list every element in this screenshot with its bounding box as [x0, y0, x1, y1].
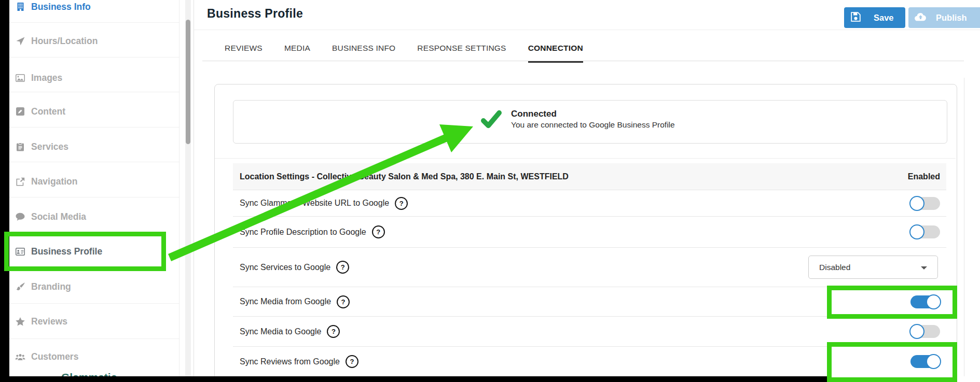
- sync-services-select[interactable]: Disabled: [808, 256, 938, 279]
- sidebar-item-label: Content: [31, 106, 65, 117]
- divider: [9, 92, 179, 92]
- toggle-sync-media-to-google[interactable]: [910, 325, 940, 338]
- toggle-knob: [909, 196, 924, 211]
- sidebar-item-label: Business Profile: [31, 246, 102, 257]
- header-divider: [194, 30, 980, 30]
- sidebar-item-social-media[interactable]: Social Media: [15, 206, 86, 227]
- toggle-sync-profile-description[interactable]: [910, 225, 940, 238]
- letterbox-bottom: [0, 376, 828, 382]
- divider: [9, 303, 179, 304]
- row-label: Sync Media from Google: [240, 297, 331, 306]
- divider: [9, 197, 179, 197]
- sidebar-item-label: Reviews: [31, 316, 67, 327]
- users-icon: [15, 353, 26, 361]
- table-row: Sync Services to Google? Disabled: [233, 247, 946, 287]
- connection-message: You are connected to Google Business Pro…: [511, 120, 675, 130]
- table-row: Sync Media from Google?: [233, 287, 946, 316]
- divider: [9, 162, 179, 162]
- help-icon[interactable]: ?: [395, 197, 408, 210]
- help-icon[interactable]: ?: [327, 325, 340, 338]
- page-title: Business Profile: [207, 7, 303, 21]
- location-settings-table: Location Settings - Collective Beauty Sa…: [233, 163, 946, 376]
- select-value: Disabled: [819, 263, 850, 272]
- sidebar-item-label: Customers: [31, 351, 78, 362]
- table-row: Sync Profile Description to Google?: [233, 216, 946, 247]
- building-icon: [15, 3, 26, 11]
- help-icon[interactable]: ?: [346, 355, 358, 368]
- toggle-sync-reviews-from-google[interactable]: [910, 355, 940, 368]
- tab-media[interactable]: MEDIA: [284, 44, 310, 63]
- sidebar-item-content[interactable]: Content: [15, 101, 65, 122]
- floppy-disk-icon: [851, 12, 861, 24]
- toggle-knob: [926, 294, 941, 309]
- external-link-icon: [15, 177, 26, 186]
- location-arrow-icon: [15, 37, 26, 46]
- table-header-row: Location Settings - Collective Beauty Sa…: [233, 163, 946, 190]
- clipboard-icon: [15, 143, 26, 151]
- sidebar-item-label: Hours/Location: [31, 36, 98, 47]
- panel-divider: [215, 158, 956, 159]
- panel-right-border: [964, 78, 964, 376]
- help-icon[interactable]: ?: [372, 225, 385, 238]
- sidebar-item-label: Branding: [31, 281, 71, 292]
- chevron-down-icon: [921, 266, 927, 270]
- table-row: Sync Media to Google?: [233, 316, 946, 346]
- enabled-column-header: Enabled: [908, 172, 940, 181]
- sidebar-item-business-profile[interactable]: Business Profile: [15, 241, 102, 262]
- sidebar: Business Info Hours/Location Images Cont…: [9, 0, 180, 382]
- toggle-knob: [926, 354, 941, 369]
- divider: [9, 127, 179, 128]
- paintbrush-icon: [15, 282, 26, 291]
- sidebar-item-services[interactable]: Services: [15, 136, 68, 157]
- sidebar-item-images[interactable]: Images: [15, 67, 62, 88]
- toggle-knob: [909, 324, 924, 339]
- sidebar-item-label: Navigation: [31, 176, 77, 187]
- row-label: Sync Services to Google: [240, 263, 330, 272]
- tab-business-info[interactable]: BUSINESS INFO: [332, 44, 395, 63]
- help-icon[interactable]: ?: [337, 295, 350, 308]
- sidebar-scrollbar-thumb[interactable]: [186, 20, 190, 144]
- sidebar-item-label: Images: [31, 73, 62, 83]
- content-left-border: [194, 0, 194, 376]
- cloud-upload-icon: [915, 12, 927, 23]
- row-label: Sync Media to Google: [240, 327, 321, 336]
- connection-status-card: Connected You are connected to Google Bu…: [233, 100, 947, 144]
- letterbox-left: [0, 0, 9, 382]
- tab-response-settings[interactable]: RESPONSE SETTINGS: [417, 44, 506, 63]
- sidebar-item-branding[interactable]: Branding: [15, 276, 71, 297]
- row-label: Sync Profile Description to Google: [240, 228, 366, 237]
- table-title: Location Settings - Collective Beauty Sa…: [240, 172, 569, 181]
- help-icon[interactable]: ?: [336, 261, 349, 274]
- id-card-icon: [15, 248, 26, 256]
- row-label: Sync Reviews from Google: [240, 357, 340, 366]
- toggle-sync-website-url[interactable]: [910, 197, 940, 210]
- connection-status: Connected: [511, 109, 675, 119]
- tab-reviews[interactable]: REVIEWS: [225, 44, 263, 63]
- app-window: Business Info Hours/Location Images Cont…: [0, 0, 980, 382]
- publish-button[interactable]: Publish: [908, 7, 980, 28]
- sidebar-item-business-info[interactable]: Business Info: [15, 0, 91, 17]
- table-row: Sync Reviews from Google?: [233, 346, 946, 376]
- tab-bar: REVIEWS MEDIA BUSINESS INFO RESPONSE SET…: [225, 44, 583, 63]
- divider: [9, 57, 179, 58]
- divider: [9, 22, 179, 23]
- sidebar-item-label: Services: [31, 142, 68, 152]
- star-icon: [15, 317, 26, 326]
- save-button-label: Save: [874, 13, 894, 23]
- sidebar-item-label: Business Info: [31, 2, 91, 12]
- toggle-sync-media-from-google[interactable]: [910, 295, 940, 308]
- publish-button-label: Publish: [936, 13, 967, 23]
- check-icon: [481, 109, 502, 132]
- sidebar-item-customers[interactable]: Customers: [15, 346, 78, 367]
- comment-icon: [15, 213, 26, 221]
- sidebar-item-navigation[interactable]: Navigation: [15, 171, 77, 192]
- sidebar-item-hours-location[interactable]: Hours/Location: [15, 31, 98, 51]
- table-row: Sync Glammatic Website URL to Google?: [233, 190, 946, 216]
- save-button[interactable]: Save: [844, 7, 905, 28]
- sidebar-item-label: Social Media: [31, 211, 86, 222]
- sidebar-item-reviews[interactable]: Reviews: [15, 311, 67, 332]
- row-label: Sync Glammatic Website URL to Google: [240, 199, 389, 208]
- tab-connection[interactable]: CONNECTION: [528, 44, 583, 63]
- toggle-knob: [909, 224, 924, 239]
- edit-icon: [15, 107, 26, 116]
